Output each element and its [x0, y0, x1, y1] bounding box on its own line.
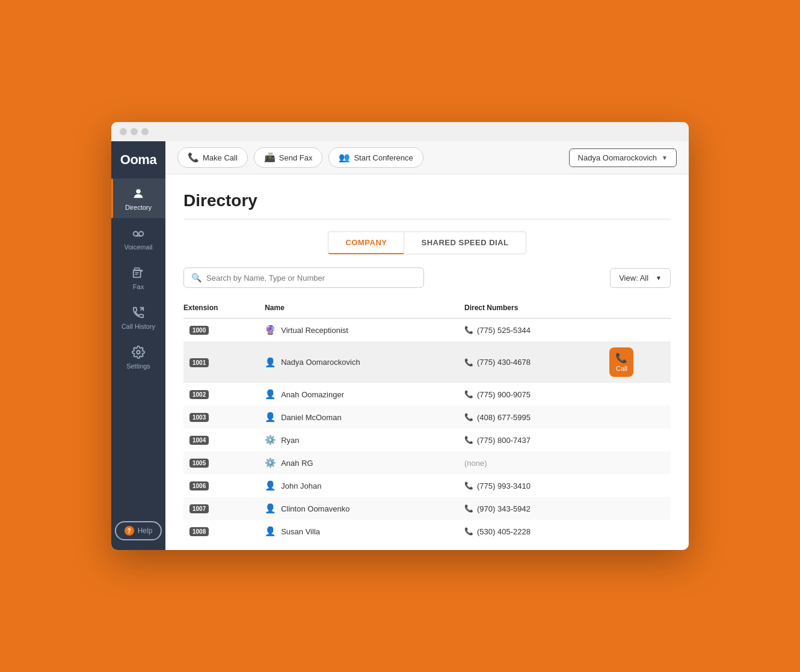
svg-rect-8	[135, 274, 138, 275]
cell-extension: 1008	[183, 520, 259, 543]
table-row: 1000🔮Virtual Receptionist📞(775) 525-5344	[183, 319, 671, 342]
call-label: Call	[616, 365, 627, 372]
extension-badge: 1004	[189, 436, 209, 445]
sidebar-item-label-settings: Settings	[126, 362, 150, 370]
cell-number: 📞(530) 405-2228	[458, 520, 603, 543]
app-body: Ooma Directory Voicemail Fax	[111, 141, 689, 550]
sidebar-item-settings[interactable]: Settings	[111, 337, 165, 377]
table-row: 1001👤Nadya Oomarockovich📞(775) 430-4678📞…	[183, 341, 671, 383]
svg-point-0	[136, 189, 140, 194]
phone-number: (775) 993-3410	[477, 481, 531, 490]
tab-company[interactable]: COMPANY	[328, 231, 404, 254]
cell-name: 👤John Johan	[259, 474, 458, 497]
cell-name: 👤Clinton Oomavenko	[259, 497, 458, 520]
extension-badge: 1005	[189, 459, 209, 468]
search-input[interactable]	[206, 273, 416, 283]
extension-badge: 1008	[189, 527, 209, 536]
svg-point-1	[134, 231, 138, 236]
dropdown-caret-icon: ▼	[662, 154, 668, 161]
window-dot-green	[141, 128, 149, 135]
table-row: 1007👤Clinton Oomavenko📞(970) 343-5942	[183, 497, 671, 520]
contact-icon: 🔮	[265, 325, 276, 335]
view-dropdown-label: View: All	[619, 273, 648, 283]
contact-icon: 👤	[265, 412, 276, 423]
cell-extension: 1003	[183, 406, 259, 429]
user-dropdown[interactable]: Nadya Oomarockovich ▼	[569, 148, 677, 167]
start-conference-label: Start Conference	[354, 153, 413, 162]
sidebar-item-label-voicemail: Voicemail	[124, 243, 152, 251]
fax-btn-icon: 📠	[264, 152, 275, 163]
content-area: Directory COMPANY SHARED SPEED DIAL 🔍 Vi…	[165, 174, 689, 550]
table-row: 1005⚙️Anah RG(none)	[183, 451, 671, 474]
app-logo: Ooma	[111, 141, 165, 179]
phone-icon: 📞	[464, 390, 473, 399]
col-extension: Extension	[183, 300, 259, 319]
help-button[interactable]: ? Help	[115, 521, 162, 540]
cell-action	[603, 319, 671, 342]
phone-icon: 📞	[188, 152, 199, 163]
help-label: Help	[138, 527, 153, 535]
sidebar-item-directory[interactable]: Directory	[111, 179, 165, 218]
cell-name: 👤Nadya Oomarockovich	[259, 341, 458, 383]
sidebar-item-label-directory: Directory	[125, 204, 152, 211]
contact-icon: ⚙️	[265, 435, 276, 445]
phone-number: (530) 405-2228	[477, 527, 531, 536]
phone-number: (775) 430-4678	[477, 358, 531, 367]
tabs: COMPANY SHARED SPEED DIAL	[183, 231, 671, 254]
contact-icon: 👤	[265, 357, 276, 368]
view-dropdown[interactable]: View: All ▼	[610, 268, 671, 288]
cell-number: 📞(775) 900-9075	[458, 383, 603, 406]
sidebar-item-label-fax: Fax	[133, 283, 144, 290]
start-conference-button[interactable]: 👥 Start Conference	[328, 147, 423, 168]
contact-icon: 👤	[265, 503, 276, 514]
cell-name: 🔮Virtual Receptionist	[259, 319, 458, 342]
cell-action	[603, 406, 671, 429]
tab-shared-speed-dial[interactable]: SHARED SPEED DIAL	[404, 231, 526, 254]
user-name: Nadya Oomarockovich	[578, 153, 657, 162]
settings-icon	[131, 344, 146, 360]
contact-name: John Johan	[281, 481, 321, 490]
cell-name: ⚙️Ryan	[259, 429, 458, 451]
cell-extension: 1000	[183, 319, 259, 342]
topbar: 📞 Make Call 📠 Send Fax 👥 Start Conferenc…	[165, 141, 689, 174]
table-row: 1008👤Susan Villa📞(530) 405-2228	[183, 520, 671, 543]
cell-action: 📞Call	[603, 341, 671, 383]
extension-badge: 1000	[189, 326, 209, 335]
svg-rect-4	[134, 270, 141, 277]
contact-name: Susan Villa	[281, 527, 320, 536]
main-content: 📞 Make Call 📠 Send Fax 👥 Start Conferenc…	[165, 141, 689, 550]
cell-number: 📞(775) 993-3410	[458, 474, 603, 497]
phone-number: (775) 525-5344	[477, 326, 531, 335]
conference-icon: 👥	[339, 152, 350, 163]
cell-action	[603, 474, 671, 497]
contact-name: Nadya Oomarockovich	[281, 358, 360, 367]
phone-icon: 📞	[464, 326, 473, 334]
contact-name: Daniel McOoman	[281, 413, 341, 422]
phone-icon: 📞	[464, 413, 473, 421]
cell-number: 📞(775) 430-4678	[458, 341, 603, 383]
call-phone-icon: 📞	[615, 352, 627, 364]
cell-extension: 1006	[183, 474, 259, 497]
sidebar-item-label-call-history: Call History	[122, 323, 155, 330]
directory-table: Extension Name Direct Numbers 1000🔮Virtu…	[183, 300, 671, 543]
make-call-label: Make Call	[203, 153, 238, 162]
phone-number: (775) 900-9075	[477, 390, 531, 399]
sidebar-item-voicemail[interactable]: Voicemail	[111, 218, 165, 258]
col-name: Name	[259, 300, 458, 319]
title-bar	[111, 122, 689, 141]
contact-name: Anah RG	[281, 459, 313, 468]
phone-icon: 📞	[464, 504, 473, 513]
table-row: 1002👤Anah Oomazinger📞(775) 900-9075	[183, 383, 671, 406]
cell-number: 📞(775) 525-5344	[458, 319, 603, 342]
sidebar-item-call-history[interactable]: Call History	[111, 298, 165, 337]
call-button[interactable]: 📞Call	[609, 347, 633, 377]
contact-icon: 👤	[265, 480, 276, 491]
phone-number: (408) 677-5995	[477, 413, 531, 422]
phone-icon: 📞	[464, 436, 473, 444]
col-direct-numbers: Direct Numbers	[458, 300, 603, 319]
cell-action	[603, 383, 671, 406]
make-call-button[interactable]: 📞 Make Call	[177, 147, 248, 168]
no-number: (none)	[464, 459, 487, 468]
sidebar-item-fax[interactable]: Fax	[111, 258, 165, 298]
send-fax-button[interactable]: 📠 Send Fax	[254, 147, 323, 168]
